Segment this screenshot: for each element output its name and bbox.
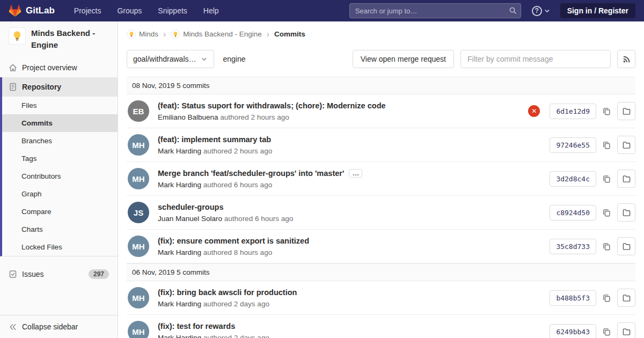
group-avatar: [127, 30, 136, 39]
commit-title[interactable]: (fix): ensure comment export is sanitize…: [158, 237, 309, 245]
commit-meta: Mark Harding authored 8 hours ago: [158, 248, 541, 256]
sidebar-item-branches[interactable]: Branches: [2, 132, 118, 150]
commit-author[interactable]: Mark Harding: [158, 300, 201, 308]
branch-selector[interactable]: goal/withdrawals…: [127, 50, 214, 68]
commit-hash[interactable]: 97246e55: [550, 137, 596, 153]
sign-in-button[interactable]: Sign in / Register: [560, 3, 635, 18]
commit-title[interactable]: (feat): implement summary tab: [158, 135, 271, 144]
avatar[interactable]: MH: [128, 236, 149, 257]
nav-item-snippets[interactable]: Snippets: [158, 6, 187, 15]
lightbulb-icon: [172, 31, 179, 38]
nav-item-projects[interactable]: Projects: [74, 6, 101, 15]
project-title: Minds Backend - Engine: [31, 27, 109, 51]
browse-files-button[interactable]: [617, 136, 635, 154]
sidebar-item-tags[interactable]: Tags: [2, 150, 118, 167]
copy-commit-sha-button[interactable]: [602, 102, 612, 120]
project-avatar: [9, 27, 26, 45]
commit-hash[interactable]: b488b5f3: [550, 290, 596, 306]
repo-name-label: engine: [223, 55, 246, 63]
commit-time: authored 6 hours ago: [224, 215, 293, 223]
commit-title[interactable]: (fix): test for rewards: [158, 322, 235, 330]
nav-item-groups[interactable]: Groups: [117, 6, 142, 15]
sidebar-section-repository: Repository Files Commits Branches Tags C…: [0, 77, 118, 256]
copy-commit-sha-button[interactable]: [602, 136, 612, 154]
global-search: [349, 3, 521, 18]
avatar[interactable]: MH: [128, 168, 149, 189]
avatar[interactable]: MH: [128, 134, 149, 156]
copy-icon: [603, 209, 611, 217]
search-input[interactable]: [349, 3, 521, 18]
tanuki-icon: [9, 4, 21, 17]
commit-author[interactable]: Mark Harding: [158, 181, 201, 189]
browse-files-button[interactable]: [617, 102, 635, 120]
copy-commit-sha-button[interactable]: [602, 170, 612, 188]
home-icon: [9, 63, 17, 72]
browse-files-button[interactable]: [617, 170, 635, 188]
browse-files-button[interactable]: [617, 203, 635, 222]
avatar[interactable]: MH: [128, 321, 149, 338]
commit-hash[interactable]: 35c8d733: [550, 239, 596, 254]
sidebar-item-locked-files[interactable]: Locked Files: [2, 238, 118, 256]
commit-hash[interactable]: 6249bb43: [550, 324, 596, 338]
sidebar-item-label: Issues: [22, 270, 43, 278]
sidebar-item-commits[interactable]: Commits: [2, 114, 118, 132]
commit-author[interactable]: Mark Harding: [158, 334, 201, 338]
project-context[interactable]: Minds Backend - Engine: [0, 21, 118, 58]
commit-group: 08 Nov, 2019 5 commits EB (feat): Status…: [127, 77, 635, 263]
copy-commit-sha-button[interactable]: [602, 289, 612, 307]
sidebar-item-charts[interactable]: Charts: [2, 221, 118, 238]
folder-icon: [623, 141, 631, 149]
gitlab-logo[interactable]: GitLab: [9, 4, 55, 17]
sidebar-item-contributors[interactable]: Contributors: [2, 167, 118, 185]
browse-files-button[interactable]: [617, 237, 635, 255]
commit-author[interactable]: Emiliano Balbuena: [158, 113, 218, 121]
folder-icon: [623, 209, 631, 217]
folder-icon: [623, 243, 631, 251]
nav-item-help[interactable]: Help: [203, 6, 219, 15]
browse-files-button[interactable]: [617, 289, 635, 307]
ci-failed-icon[interactable]: ✕: [528, 105, 540, 117]
commit-hash[interactable]: c8924d50: [550, 205, 596, 221]
copy-icon: [603, 141, 611, 149]
sidebar-item-issues[interactable]: Issues 297: [0, 264, 118, 284]
view-merge-request-button[interactable]: View open merge request: [353, 50, 454, 68]
breadcrumb-item-project[interactable]: Minds Backend - Engine: [183, 30, 261, 38]
sidebar-item-files[interactable]: Files: [2, 97, 118, 114]
copy-commit-sha-button[interactable]: [602, 203, 612, 222]
sidebar-item-compare[interactable]: Compare: [2, 203, 118, 221]
commit-hash[interactable]: 3d2d8c4c: [550, 171, 596, 187]
copy-commit-sha-button[interactable]: [602, 237, 612, 255]
avatar[interactable]: MH: [128, 287, 149, 308]
avatar[interactable]: JS: [128, 202, 149, 223]
commit-description-toggle[interactable]: …: [349, 169, 362, 178]
commit-hash[interactable]: 6d1e12d9: [550, 104, 596, 119]
commit-author[interactable]: Juan Manuel Solaro: [158, 215, 222, 223]
commit-title[interactable]: Merge branch 'feat/scheduler-groups' int…: [158, 169, 344, 178]
commit-author[interactable]: Mark Harding: [158, 248, 201, 256]
commit-title[interactable]: scheduler-groups: [158, 203, 223, 211]
commit-filter-input[interactable]: [460, 50, 611, 68]
commit-time: authored 2 days ago: [203, 300, 269, 308]
commit-actions: 3d2d8c4c: [550, 170, 635, 188]
date-header: 06 Nov, 2019 5 commits: [127, 263, 635, 281]
commit-title[interactable]: (fix): bring back awscli for production: [158, 288, 297, 297]
commits-feed-button[interactable]: [617, 50, 635, 68]
sidebar-item-graph[interactable]: Graph: [2, 185, 118, 203]
copy-icon: [603, 175, 611, 183]
browse-files-button[interactable]: [617, 322, 635, 338]
breadcrumb: Minds › Minds Backend - Engine › Commits: [118, 21, 644, 45]
commit-author[interactable]: Mark Harding: [158, 147, 201, 155]
breadcrumb-item-minds[interactable]: Minds: [139, 30, 158, 38]
commit-meta: Mark Harding authored 2 hours ago: [158, 147, 541, 155]
copy-commit-sha-button[interactable]: [602, 322, 612, 338]
commit-group: 06 Nov, 2019 5 commits MH (fix): bring b…: [127, 263, 635, 338]
folder-icon: [623, 107, 631, 115]
avatar[interactable]: EB: [128, 100, 149, 122]
commit-actions: c8924d50: [550, 203, 635, 222]
collapse-sidebar-button[interactable]: Collapse sidebar: [0, 315, 118, 338]
sidebar-item-label: Repository: [22, 83, 61, 91]
sidebar-item-repository[interactable]: Repository: [2, 77, 118, 97]
sidebar-item-project-overview[interactable]: Project overview: [0, 58, 118, 77]
commit-title[interactable]: (feat): Status suport for withdrawals; (…: [158, 101, 386, 110]
help-menu[interactable]: ?: [532, 6, 551, 16]
